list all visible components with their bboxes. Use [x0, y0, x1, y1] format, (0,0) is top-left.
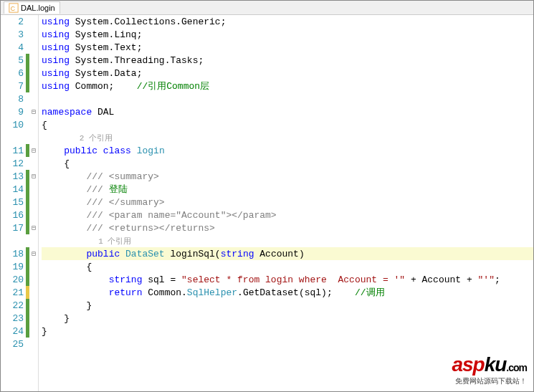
wm-dot: .com	[506, 362, 527, 373]
code-line[interactable]: {	[42, 260, 533, 273]
code-line[interactable]: using System.Threading.Tasks;	[42, 54, 533, 67]
code-line[interactable]: public DataSet loginSql(string Account)	[42, 247, 533, 260]
wm-red: asp	[452, 353, 484, 376]
fold-toggle[interactable]: ⊟	[29, 249, 38, 258]
line-number: 20	[1, 274, 26, 285]
change-indicator	[26, 183, 29, 196]
change-indicator	[26, 118, 29, 131]
line-number: 19	[1, 262, 26, 272]
code-line[interactable]: return Common.SqlHelper.GetDataset(sql);…	[42, 286, 533, 299]
tab-bar: C DAL.login	[1, 1, 533, 15]
code-area[interactable]: using System.Collections.Generic;using S…	[39, 15, 533, 391]
change-indicator	[26, 325, 29, 338]
line-number: 22	[1, 300, 26, 311]
change-indicator	[26, 67, 29, 80]
change-indicator	[26, 196, 29, 209]
code-line[interactable]: public class login	[42, 144, 533, 157]
line-number: 8	[1, 94, 26, 105]
line-number: 5	[1, 55, 26, 66]
fold-toggle[interactable]: ⊟	[29, 172, 38, 181]
line-number: 2	[1, 16, 26, 27]
codelens-reference[interactable]: 2 个引用	[42, 131, 533, 144]
line-number: 25	[1, 339, 26, 350]
change-indicator	[26, 28, 29, 41]
code-line[interactable]: using System.Data;	[42, 67, 533, 80]
change-indicator	[26, 80, 29, 92]
change-indicator	[26, 209, 29, 221]
change-indicator	[26, 299, 29, 312]
line-number: 6	[1, 68, 26, 79]
change-indicator	[26, 15, 29, 28]
line-number: 9	[1, 107, 26, 118]
change-indicator	[26, 286, 29, 299]
code-line[interactable]: string sql = "select * from login where …	[42, 273, 533, 286]
line-number: 16	[1, 210, 26, 221]
watermark: aspku.com 免费网站源码下载站！	[452, 353, 527, 386]
wm-black: ku	[485, 353, 507, 376]
code-line[interactable]: using System.Collections.Generic;	[42, 15, 533, 28]
line-number: 11	[1, 145, 26, 156]
watermark-sub: 免费网站源码下载站！	[452, 376, 527, 386]
line-number: 10	[1, 120, 26, 130]
code-line[interactable]: namespace DAL	[42, 105, 533, 118]
csharp-file-icon: C	[9, 3, 19, 13]
code-line[interactable]	[42, 338, 533, 350]
line-number: 17	[1, 223, 26, 234]
line-number: 14	[1, 184, 26, 195]
change-indicator	[26, 54, 29, 67]
code-line[interactable]: /// <returns></returns>	[42, 221, 533, 234]
code-line[interactable]: /// <summary>	[42, 170, 533, 183]
line-number: 13	[1, 171, 26, 182]
svg-text:C: C	[11, 5, 15, 12]
code-line[interactable]: /// </summary>	[42, 196, 533, 209]
change-indicator	[26, 312, 29, 325]
tab-title: DAL.login	[21, 4, 55, 12]
codelens-reference[interactable]: 1 个引用	[42, 234, 533, 247]
code-line[interactable]: }	[42, 325, 533, 338]
line-number: 3	[1, 29, 26, 40]
fold-toggle[interactable]: ⊟	[29, 107, 38, 116]
line-number: 23	[1, 313, 26, 324]
change-indicator	[26, 273, 29, 286]
file-tab[interactable]: C DAL.login	[4, 1, 60, 14]
line-number: 21	[1, 287, 26, 298]
code-line[interactable]	[42, 92, 533, 105]
line-number: 4	[1, 42, 26, 53]
code-line[interactable]: /// 登陆	[42, 183, 533, 196]
change-indicator	[26, 157, 29, 170]
code-line[interactable]: }	[42, 312, 533, 325]
code-line[interactable]: using System.Linq;	[42, 28, 533, 41]
line-number: 24	[1, 326, 26, 337]
fold-toggle[interactable]: ⊟	[29, 224, 38, 232]
watermark-logo: aspku.com	[452, 353, 527, 376]
gutter: 23456789⊟1011⊟1213⊟14151617⊟18⊟192021222…	[1, 15, 39, 391]
code-line[interactable]: {	[42, 118, 533, 131]
change-indicator	[26, 260, 29, 273]
change-indicator	[26, 92, 29, 105]
code-editor[interactable]: 23456789⊟1011⊟1213⊟14151617⊟18⊟192021222…	[1, 15, 533, 391]
code-line[interactable]: /// <param name="Account"></param>	[42, 209, 533, 221]
change-indicator	[26, 41, 29, 54]
code-line[interactable]: using Common; //引用Common层	[42, 80, 533, 92]
change-indicator	[26, 338, 29, 350]
code-line[interactable]: {	[42, 157, 533, 170]
line-number: 12	[1, 158, 26, 169]
fold-toggle[interactable]: ⊟	[29, 146, 38, 155]
line-number: 15	[1, 197, 26, 208]
line-number: 18	[1, 249, 26, 259]
code-line[interactable]: }	[42, 299, 533, 312]
line-number: 7	[1, 81, 26, 92]
code-line[interactable]: using System.Text;	[42, 41, 533, 54]
